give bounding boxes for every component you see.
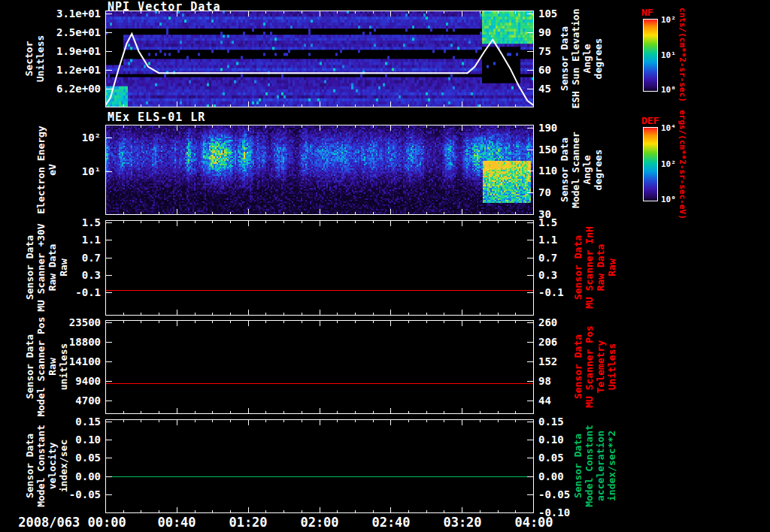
right-axis-tick-label: 0.7 — [538, 252, 579, 264]
right-axis-tick-label: 45 — [538, 83, 579, 95]
left-axis-tick-label: 9400 — [48, 375, 101, 387]
right-axis-tick-label: 0.05 — [538, 452, 579, 464]
panel2-title: MEx ELS-01 LR — [108, 110, 205, 124]
left-axis-tick-label: 4700 — [48, 394, 101, 407]
model-constant-line-plot — [105, 419, 534, 513]
right-axis-tick-label: 0.10 — [538, 434, 579, 446]
panel1-left-axis-label: Sector Unitless — [23, 35, 46, 83]
x-tick-label: 01:20 — [229, 515, 267, 530]
colorbar-tick-label: 10⁴ — [661, 123, 676, 133]
colorbar2-units: ergs/(cm**2-sr-sec-eV) — [678, 110, 687, 219]
left-axis-tick-label: 0.15 — [48, 416, 101, 428]
left-axis-tick-label: 1.9e+01 — [48, 45, 101, 57]
right-axis-tick-label: 60 — [538, 64, 579, 76]
right-axis-tick-label: 44 — [538, 394, 579, 407]
x-tick-label: 02:40 — [371, 515, 410, 530]
left-axis-tick-label: 1.5 — [48, 216, 101, 228]
right-axis-tick-label: 206 — [538, 336, 579, 348]
right-axis-tick-label: 190 — [538, 122, 579, 134]
panel3-right-axis-label: Sensor Data MU Scanner InH Raw Data Raw — [572, 226, 617, 309]
left-axis-tick-label: 10² — [48, 131, 101, 144]
right-axis-tick-label: 70 — [538, 186, 579, 198]
colorbar-tick-label: 10² — [661, 15, 676, 25]
left-axis-tick-label: -0.05 — [48, 488, 101, 500]
right-axis-tick-label: 0.15 — [538, 416, 579, 428]
right-axis-tick-label: 90 — [538, 26, 579, 38]
right-axis-tick-label: -0.05 — [538, 488, 579, 500]
right-axis-tick-label: 0.00 — [538, 470, 579, 482]
right-axis-tick-label: 150 — [538, 144, 579, 156]
colorbar-tick-label: 10⁰ — [661, 85, 676, 95]
colorbar-tick-label: 10² — [661, 159, 676, 169]
right-axis-tick-label: -0.10 — [538, 506, 579, 518]
right-axis-tick-label: 105 — [538, 8, 579, 20]
left-axis-tick-label: 0.10 — [48, 434, 101, 446]
left-axis-tick-label: 10¹ — [48, 165, 101, 177]
left-axis-tick-label: 6.2e+00 — [48, 83, 101, 95]
npi-spectrogram — [105, 11, 534, 107]
x-tick-label: 02:00 — [300, 515, 338, 530]
left-axis-tick-label: 0.3 — [48, 269, 101, 281]
right-axis-tick-label: 75 — [538, 45, 579, 57]
scanner-pos-line-plot — [105, 320, 534, 414]
colorbar-tick-label: 10⁰ — [661, 195, 676, 204]
els-spectrogram — [105, 125, 534, 215]
colorbar2-gradient — [643, 127, 658, 201]
colorbar2-label: DEF — [641, 115, 659, 126]
left-axis-tick-label: 14100 — [48, 355, 101, 367]
right-axis-tick-label: 98 — [538, 375, 579, 387]
left-axis-tick-label: 23500 — [48, 316, 101, 328]
colorbar-tick-label: 10¹ — [661, 50, 676, 60]
mu-scanner-line-plot — [105, 220, 534, 316]
left-axis-tick-label: -0.1 — [48, 286, 101, 298]
panel4-right-axis-label: Sensor Data MU Scanner Pos Telemetry Uni… — [572, 325, 617, 408]
left-axis-tick-label: 1.1 — [48, 234, 101, 246]
left-axis-tick-label: 0.05 — [48, 452, 101, 464]
x-tick-label: 00:40 — [157, 515, 196, 530]
left-axis-tick-label: 0.7 — [48, 252, 101, 264]
science-plot-page: NPI Vector Data MEx ELS-01 LR Sector Uni… — [0, 0, 770, 532]
colorbar1-label: NF — [641, 7, 653, 18]
right-axis-tick-label: 260 — [538, 316, 579, 328]
x-tick-label-start: 2008/063 00:00 — [18, 515, 126, 530]
panel5-right-axis-label: Sensor Data Model Constant acceleration … — [572, 425, 617, 507]
left-axis-tick-label: 1.2e+01 — [48, 64, 101, 76]
right-axis-tick-label: 152 — [538, 355, 579, 367]
right-axis-tick-label: 110 — [538, 165, 579, 177]
x-tick-label: 03:20 — [443, 515, 481, 530]
right-axis-tick-label: 1.1 — [538, 234, 579, 246]
colorbar1-gradient — [643, 19, 658, 92]
right-axis-tick-label: 0.3 — [538, 269, 579, 281]
right-axis-tick-label: 1.5 — [538, 216, 579, 228]
colorbar1-units: cnts/(cm**2-sr-sec) — [678, 8, 687, 102]
left-axis-tick-label: 3.1e+01 — [48, 8, 101, 20]
left-axis-tick-label: 0.00 — [48, 470, 101, 482]
left-axis-tick-label: 2.5e+01 — [48, 26, 101, 38]
right-axis-tick-label: -0.1 — [538, 286, 579, 298]
left-axis-tick-label: 18800 — [48, 336, 101, 348]
